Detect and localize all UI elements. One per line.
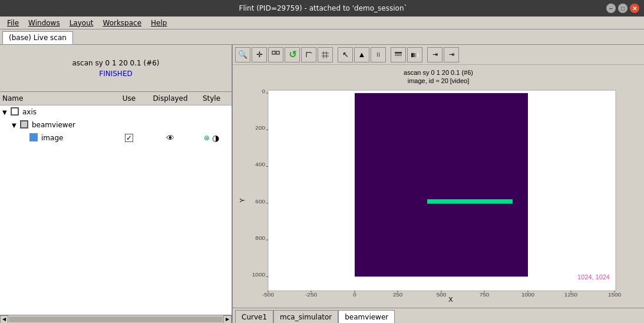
svg-text:1000: 1000 [252, 271, 266, 278]
menu-workspace[interactable]: Workspace [98, 18, 146, 28]
plot-title1: ascan sy 0 1 20 0.1 (#6) [404, 69, 473, 76]
colorbar-button[interactable] [391, 47, 406, 62]
scan-command: ascan sy 0 1 20 0.1 (#6) [72, 59, 159, 67]
x-axis-label: X [448, 296, 453, 304]
svg-rect-8 [395, 57, 402, 58]
plot-area: ascan sy 0 1 20 0.1 (#6) image, id ≈ 20 … [233, 65, 644, 308]
refresh-button[interactable]: ↺ [285, 47, 300, 62]
grid-button[interactable] [318, 47, 333, 62]
axis-label: axis [22, 108, 111, 116]
col-displayed: Displayed [147, 94, 194, 103]
plot-svg: ascan sy 0 1 20 0.1 (#6) image, id ≈ 20 … [233, 65, 644, 308]
tree-row-axis: ▼ axis [0, 106, 232, 118]
main-tabbar: (base) Live scan [0, 29, 644, 45]
reset-button[interactable] [268, 47, 283, 62]
scroll-left-btn[interactable]: ◀ [0, 315, 8, 324]
minimize-button[interactable]: − [606, 4, 616, 13]
circle-icon[interactable]: ◑ [212, 133, 219, 143]
pan-button[interactable]: ✛ [252, 47, 267, 62]
left-panel: ascan sy 0 1 20 0.1 (#6) FINISHED Name U… [0, 45, 233, 323]
svg-text:0: 0 [262, 88, 265, 94]
svg-rect-0 [272, 51, 275, 54]
scroll-track[interactable] [9, 317, 223, 322]
expand-axis[interactable]: ▼ [2, 109, 11, 116]
menu-file[interactable]: File [2, 18, 24, 28]
left-scrollbar: ◀ ▶ [0, 315, 232, 323]
svg-rect-1 [276, 51, 279, 54]
maximize-button[interactable]: □ [618, 4, 628, 13]
image-background [355, 93, 528, 276]
image-style: ⊕ ◑ [194, 133, 229, 143]
svg-text:800: 800 [255, 235, 265, 241]
col-style: Style [194, 94, 229, 103]
close-button[interactable]: ✕ [630, 4, 639, 13]
eye-icon[interactable]: 👁 [166, 133, 174, 143]
scan-status: FINISHED [99, 70, 132, 78]
image-label: image [41, 134, 111, 142]
menu-layout[interactable]: Layout [65, 18, 98, 28]
expand-beamviewer[interactable]: ▼ [12, 122, 20, 128]
scatter-button[interactable]: ⁞⁞ [371, 47, 386, 62]
beamviewer-icon [20, 120, 29, 130]
plot-tab-mca[interactable]: mca_simulator [273, 310, 338, 323]
beamviewer-label: beamviewer [32, 121, 111, 129]
menubar: File Windows Layout Workspace Help [0, 17, 644, 29]
toolbar: 🔍 ✛ ↺ ↖ ▲ ⁞⁞ [233, 45, 644, 65]
svg-text:600: 600 [255, 198, 265, 205]
layer-tree-header: Name Use Displayed Style [0, 92, 232, 106]
beam-line [427, 199, 513, 204]
link-icon[interactable]: ⊕ [204, 134, 210, 142]
image-icon [29, 133, 39, 143]
export1-button[interactable]: ⇥ [427, 47, 442, 62]
scroll-right-btn[interactable]: ▶ [223, 315, 232, 324]
main-content: ascan sy 0 1 20 0.1 (#6) FINISHED Name U… [0, 45, 644, 323]
image-displayed: 👁 [147, 133, 194, 143]
window-controls: − □ ✕ [606, 4, 639, 13]
export2-button[interactable]: ⇥ [444, 47, 459, 62]
col-use: Use [111, 94, 147, 103]
svg-rect-9 [411, 53, 418, 57]
cursor-button[interactable]: ↖ [338, 47, 353, 62]
layer-tree: ▼ axis ▼ beamviewer [0, 106, 232, 315]
image-use-checkbox[interactable]: ✓ [125, 134, 133, 142]
colormap-button[interactable] [407, 47, 422, 62]
tab-live-scan[interactable]: (base) Live scan [2, 31, 73, 44]
scan-info: ascan sy 0 1 20 0.1 (#6) FINISHED [0, 45, 232, 92]
axis-icon [11, 107, 20, 117]
tree-row-beamviewer: ▼ beamviewer [0, 118, 232, 131]
plot-title2: image, id ≈ 20 [video] [408, 77, 469, 84]
coord-label: 1024, 1024 [577, 273, 610, 281]
axes-button[interactable] [301, 47, 316, 62]
y-axis-label: Y [239, 198, 246, 202]
svg-text:200: 200 [255, 124, 265, 131]
plot-tab-beamviewer[interactable]: beamviewer [338, 310, 395, 323]
image-use: ✓ [111, 134, 147, 142]
menu-windows[interactable]: Windows [24, 18, 65, 28]
titlebar: Flint (PID=29759) - attached to 'demo_se… [0, 0, 644, 17]
plot-tab-curve1[interactable]: Curve1 [235, 310, 273, 323]
peak-button[interactable]: ▲ [354, 47, 369, 62]
col-name: Name [2, 94, 111, 103]
tree-row-image: image ✓ 👁 ⊕ ◑ [0, 131, 232, 144]
svg-rect-6 [395, 52, 402, 54]
right-panel: 🔍 ✛ ↺ ↖ ▲ ⁞⁞ [233, 45, 644, 323]
svg-text:400: 400 [255, 162, 265, 168]
window-title: Flint (PID=29759) - attached to 'demo_se… [40, 4, 606, 12]
zoom-button[interactable]: 🔍 [235, 47, 250, 62]
plot-tabbar: Curve1 mca_simulator beamviewer [233, 308, 644, 323]
menu-help[interactable]: Help [146, 18, 171, 28]
svg-rect-7 [395, 54, 402, 56]
